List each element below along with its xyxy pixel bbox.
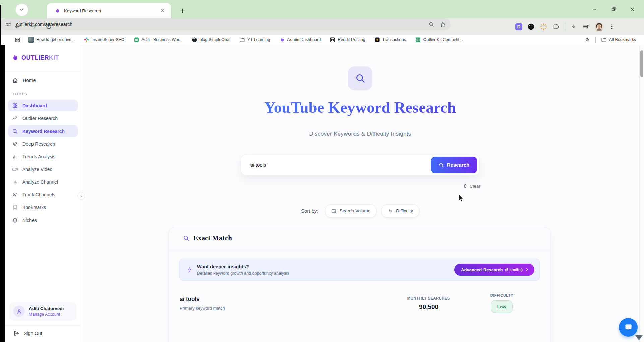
starburst-extension-icon[interactable] [540,23,548,31]
bookmark-item[interactable]: How to get or drive... [28,37,75,43]
tab-close-button[interactable] [158,7,166,15]
folder-icon [601,37,607,43]
back-button[interactable] [11,21,23,32]
new-tab-button[interactable] [177,5,188,16]
screen-edge [0,5,1,45]
bookmark-item[interactable]: Team Super SEO [84,37,124,43]
downloads-icon[interactable] [570,23,577,30]
sidebar-item-analyze-video[interactable]: Analyze Video [8,163,78,175]
sidebar-collapse-button[interactable] [77,192,85,200]
sort-search-volume-button[interactable]: Search Volume [325,204,377,218]
apps-grid-button[interactable] [15,37,20,43]
dark-sphere-extension-icon[interactable] [527,23,535,30]
chat-widget-button[interactable] [619,318,638,337]
close-window-button[interactable] [627,4,638,15]
flame-logo-icon [11,54,19,62]
bookmarks-overflow-chevrons-icon[interactable] [585,37,590,42]
clear-button[interactable]: Clear [241,182,480,190]
search-icon [439,162,444,168]
media-queue-icon[interactable] [582,23,590,30]
outlierkit-logo[interactable]: OUTLIERKIT [11,54,59,62]
bar-chart-icon [331,208,337,214]
sheets-icon [134,37,139,43]
bookmark-item[interactable]: Transactions [374,37,406,43]
bookmark-item[interactable]: YT Learning [239,37,270,43]
sidebar-item-track-channels[interactable]: Track Channels [8,189,78,200]
result-keyword: ai tools [180,296,225,303]
monthly-searches-value: 90,500 [407,303,450,311]
bookmark-item[interactable]: blog SimpleChat [192,37,231,43]
video-icon [12,166,18,172]
sidebar-item-keyword-research[interactable]: Keyword Research [8,125,78,137]
flame-favicon-icon [54,8,60,14]
address-bar[interactable]: outlierkit.com/app/research [0,18,451,30]
dashlane-extension-icon[interactable]: D [515,23,522,30]
sign-out-button[interactable]: Sign Out [13,328,42,339]
bookmarks-bar: How to get or drive... Team Super SEO Ad… [0,35,644,45]
keyword-result-row[interactable]: ai tools Primary keyword match MONTHLY S… [169,281,550,313]
sidebar-item-outlier-research[interactable]: Outlier Research [8,112,78,124]
lightning-icon [187,267,192,273]
tab-search-button[interactable] [16,4,28,16]
sidebar-item-niches[interactable]: Niches [8,214,78,226]
search-icon [355,73,366,84]
chevron-down-icon [19,7,24,12]
sidebar-item-bookmarks[interactable]: Bookmarks [8,201,78,213]
bookmark-item[interactable]: Admin Dashboard [279,37,321,43]
user-avatar [13,306,25,317]
profile-avatar[interactable] [595,22,604,31]
app-sidebar: OUTLIERKIT Home TOOLS Dashboard Outlier … [5,45,81,342]
sidebar-item-deep-research[interactable]: Deep Research [8,138,78,150]
extensions-puzzle-icon[interactable] [553,23,560,30]
sidebar-item-dashboard[interactable]: Dashboard [8,100,78,111]
page-subtitle: Discover Keywords & Difficulty Insights [81,131,639,137]
keyword-search-input[interactable] [241,162,431,168]
toolbar-separator [565,23,565,30]
sort-by-label: Sort by: [301,208,318,214]
manage-account-link[interactable]: Manage Account [29,312,64,317]
chart-icon [12,179,18,185]
minimize-button[interactable] [589,4,600,15]
sidebar-item-analyze-channel[interactable]: Analyze Channel [8,176,78,188]
reload-button[interactable] [43,21,55,32]
chevron-right-icon [525,268,529,272]
all-bookmarks-button[interactable]: All Bookmarks [601,37,636,43]
monthly-searches-metric: MONTHLY SEARCHES 90,500 [407,296,450,311]
sparkle-icon [374,37,380,43]
sort-difficulty-button[interactable]: Difficulty [381,204,420,218]
sidebar-item-home[interactable]: Home [12,75,74,86]
sidebar-item-trends-analysis[interactable]: Trends Analysis [8,151,78,162]
keyword-search-bar: Research [241,154,480,175]
difficulty-badge: Low [491,300,513,313]
research-button[interactable]: Research [431,157,477,173]
screen-edge [0,45,5,342]
bookmark-item[interactable]: Outlier Kit Competit... [415,37,463,43]
bookmark-item[interactable]: Aditi - Business Wor... [134,37,183,43]
bookmarks-separator [595,37,596,43]
forward-button[interactable] [27,21,39,32]
apps-grid-icon [15,37,20,43]
exact-match-header: Exact Match [169,227,550,249]
scrollbar-thumb[interactable] [640,50,643,77]
difficulty-metric: DIFFICULTY Low [490,293,513,313]
advanced-research-button[interactable]: Advanced Research (5 credits) [454,264,534,276]
chrome-menu-icon[interactable] [609,24,615,30]
section-title: Exact Match [193,234,232,242]
divider [5,71,81,71]
result-match-type: Primary keyword match [180,306,225,311]
bars-icon [12,154,18,160]
zoom-icon[interactable] [428,21,434,27]
restore-button[interactable] [608,4,619,15]
browser-tab[interactable]: Keyword Research [47,3,171,18]
search-icon [12,128,18,134]
search-icon [183,235,189,241]
bookmark-item[interactable]: Reddit Posting [330,37,365,43]
bookmark-star-icon[interactable] [440,21,446,28]
url-text[interactable]: outlierkit.com/app/research [16,22,428,27]
notion-icon [330,37,335,43]
trend-icon [12,115,18,121]
user-card[interactable]: Aditi Chaturvedi Manage Account [9,302,76,321]
mouse-cursor [458,194,466,202]
site-info-icon[interactable] [5,21,11,27]
page-scrollbar[interactable] [639,45,644,342]
